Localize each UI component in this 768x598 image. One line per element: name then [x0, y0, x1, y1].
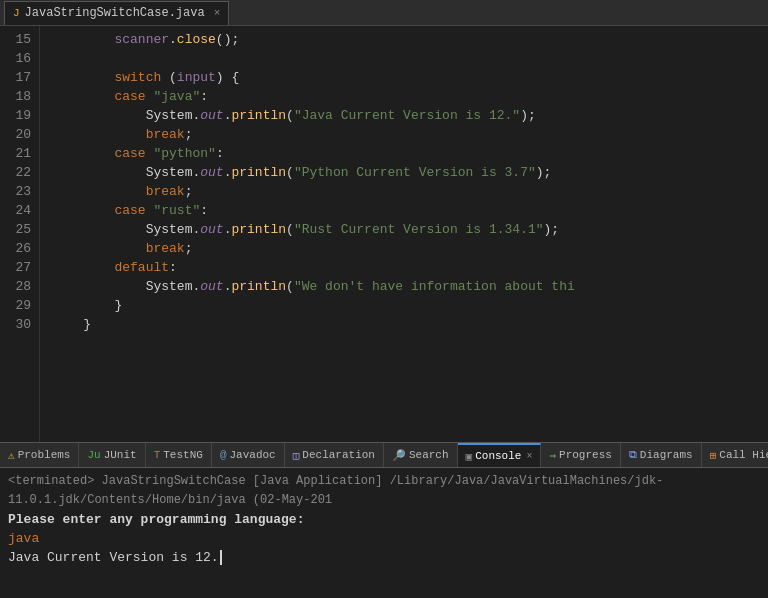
- testng-tab-label: TestNG: [163, 449, 203, 461]
- problems-icon: ⚠: [8, 449, 15, 462]
- javadoc-tab-label: Javadoc: [229, 449, 275, 461]
- bottom-tab-search[interactable]: 🔎Search: [384, 443, 458, 467]
- console-terminated-line: <terminated> JavaStringSwitchCase [Java …: [8, 472, 760, 510]
- search-icon: 🔎: [392, 449, 406, 462]
- console-prompt-line: Please enter any programming language:: [8, 510, 760, 529]
- java-file-icon: J: [13, 7, 20, 19]
- bottom-tab-call-hierar[interactable]: ⊞Call Hierar: [702, 443, 768, 467]
- bottom-tab-diagrams[interactable]: ⧉Diagrams: [621, 443, 702, 467]
- diagrams-tab-label: Diagrams: [640, 449, 693, 461]
- problems-tab-label: Problems: [18, 449, 71, 461]
- line-numbers: 15161718192021222324252627282930: [0, 26, 40, 442]
- editor-area: 15161718192021222324252627282930 scanner…: [0, 26, 768, 442]
- console-tab-label: Console: [475, 450, 521, 462]
- tab-close-icon[interactable]: ×: [214, 7, 221, 19]
- bottom-tab-junit[interactable]: JuJUnit: [79, 443, 145, 467]
- bottom-tab-testng[interactable]: TTestNG: [146, 443, 212, 467]
- bottom-tab-console[interactable]: ▣Console×: [458, 443, 542, 467]
- bottom-tab-javadoc[interactable]: @Javadoc: [212, 443, 285, 467]
- progress-icon: ⇒: [549, 449, 556, 462]
- junit-tab-label: JUnit: [104, 449, 137, 461]
- console-area: <terminated> JavaStringSwitchCase [Java …: [0, 468, 768, 598]
- progress-tab-label: Progress: [559, 449, 612, 461]
- console-input-line: java: [8, 529, 760, 548]
- diagrams-icon: ⧉: [629, 449, 637, 461]
- call hierar-tab-label: Call Hierar: [719, 449, 768, 461]
- bottom-tab-problems[interactable]: ⚠Problems: [0, 443, 79, 467]
- javadoc-icon: @: [220, 449, 227, 461]
- tab-filename: JavaStringSwitchCase.java: [25, 6, 205, 20]
- junit-icon: Ju: [87, 449, 100, 461]
- testng-icon: T: [154, 449, 161, 461]
- editor-tab-bar: J JavaStringSwitchCase.java ×: [0, 0, 768, 26]
- call hierar-icon: ⊞: [710, 449, 717, 462]
- editor-tab[interactable]: J JavaStringSwitchCase.java ×: [4, 1, 229, 25]
- declaration-tab-label: Declaration: [302, 449, 375, 461]
- code-content[interactable]: scanner.close(); switch (input) { case "…: [40, 26, 768, 442]
- console-icon: ▣: [466, 450, 473, 463]
- search-tab-label: Search: [409, 449, 449, 461]
- bottom-tab-declaration[interactable]: ◫Declaration: [285, 443, 384, 467]
- declaration-icon: ◫: [293, 449, 300, 462]
- console-output-line: Java Current Version is 12.: [8, 548, 760, 567]
- bottom-tab-progress[interactable]: ⇒Progress: [541, 443, 620, 467]
- bottom-tab-bar: ⚠ProblemsJuJUnitTTestNG@Javadoc◫Declarat…: [0, 442, 768, 468]
- console-tab-close[interactable]: ×: [526, 451, 532, 462]
